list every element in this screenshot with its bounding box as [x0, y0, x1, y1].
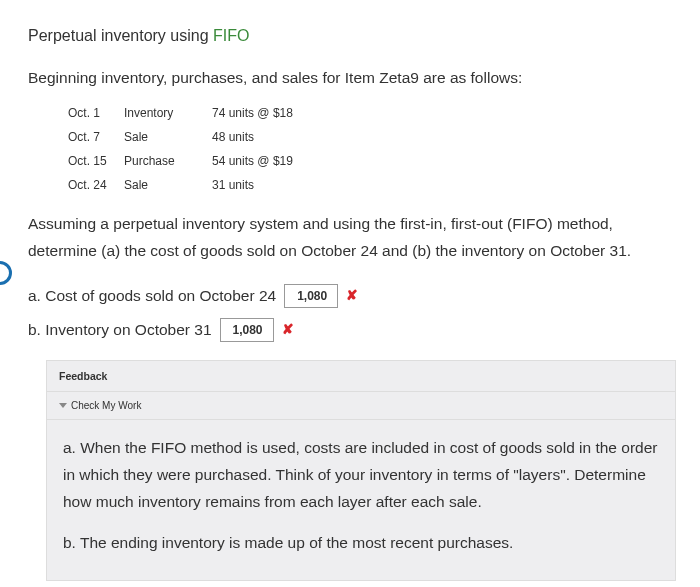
- intro-text: Beginning inventory, purchases, and sale…: [28, 66, 672, 89]
- incorrect-icon: ✘: [282, 319, 294, 340]
- highlight-ring-icon: [0, 261, 12, 285]
- row-date: Oct. 7: [68, 128, 124, 146]
- row-detail: 48 units: [212, 128, 254, 146]
- title-method: FIFO: [213, 27, 249, 44]
- answers-block: a. Cost of goods sold on October 24 1,08…: [28, 284, 672, 342]
- feedback-panel: Feedback Check My Work a. When the FIFO …: [46, 360, 676, 581]
- answer-b-input[interactable]: 1,080: [220, 318, 274, 342]
- row-detail: 31 units: [212, 176, 254, 194]
- table-row: Oct. 15 Purchase 54 units @ $19: [68, 149, 672, 173]
- answer-a-label: a. Cost of goods sold on October 24: [28, 284, 276, 307]
- row-type: Inventory: [124, 104, 212, 122]
- table-row: Oct. 1 Inventory 74 units @ $18: [68, 101, 672, 125]
- feedback-para-b: b. The ending inventory is made up of th…: [63, 529, 659, 556]
- answer-b-label: b. Inventory on October 31: [28, 318, 212, 341]
- answer-line-a: a. Cost of goods sold on October 24 1,08…: [28, 284, 672, 308]
- row-date: Oct. 15: [68, 152, 124, 170]
- table-row: Oct. 24 Sale 31 units: [68, 173, 672, 197]
- inventory-table: Oct. 1 Inventory 74 units @ $18 Oct. 7 S…: [68, 101, 672, 197]
- row-detail: 74 units @ $18: [212, 104, 293, 122]
- check-my-work-toggle[interactable]: Check My Work: [47, 392, 675, 420]
- row-type: Sale: [124, 128, 212, 146]
- row-date: Oct. 24: [68, 176, 124, 194]
- row-detail: 54 units @ $19: [212, 152, 293, 170]
- table-row: Oct. 7 Sale 48 units: [68, 125, 672, 149]
- title-prefix: Perpetual inventory using: [28, 27, 213, 44]
- row-date: Oct. 1: [68, 104, 124, 122]
- question-text: Assuming a perpetual inventory system an…: [28, 211, 672, 264]
- incorrect-icon: ✘: [346, 285, 358, 306]
- page-title: Perpetual inventory using FIFO: [28, 24, 672, 48]
- check-my-work-label: Check My Work: [71, 398, 141, 413]
- row-type: Sale: [124, 176, 212, 194]
- answer-a-input[interactable]: 1,080: [284, 284, 338, 308]
- feedback-body: a. When the FIFO method is used, costs a…: [47, 420, 675, 581]
- answer-line-b: b. Inventory on October 31 1,080 ✘: [28, 318, 672, 342]
- feedback-para-a: a. When the FIFO method is used, costs a…: [63, 434, 659, 515]
- feedback-header: Feedback: [47, 361, 675, 392]
- chevron-down-icon: [59, 403, 67, 408]
- row-type: Purchase: [124, 152, 212, 170]
